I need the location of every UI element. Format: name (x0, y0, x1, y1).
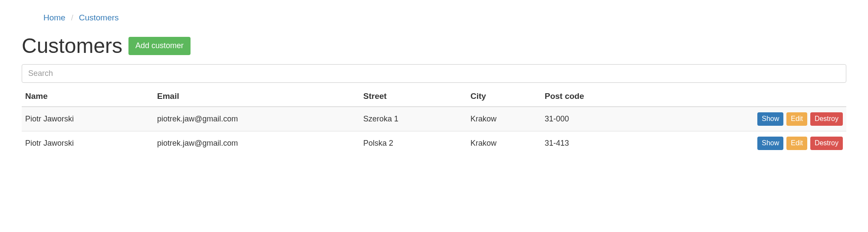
breadcrumb-customers-link[interactable]: Customers (79, 13, 119, 22)
edit-button[interactable]: Edit (786, 137, 807, 150)
table-row: Piotr Jaworski piotrek.jaw@gmail.com Sze… (22, 107, 846, 131)
edit-button[interactable]: Edit (786, 112, 807, 126)
header-email: Email (154, 86, 360, 107)
cell-actions: Show Edit Destroy (648, 107, 846, 131)
cell-street: Polska 2 (360, 131, 467, 155)
customers-table: Name Email Street City Post code Piotr J… (22, 86, 846, 155)
cell-post-code: 31-000 (541, 107, 648, 131)
cell-email: piotrek.jaw@gmail.com (154, 131, 360, 155)
cell-email: piotrek.jaw@gmail.com (154, 107, 360, 131)
header-actions (648, 86, 846, 107)
show-button[interactable]: Show (757, 112, 783, 126)
page-title: Customers (22, 36, 122, 56)
breadcrumb: Home / Customers (43, 9, 846, 27)
header-name: Name (22, 86, 154, 107)
cell-post-code: 31-413 (541, 131, 648, 155)
breadcrumb-home-link[interactable]: Home (43, 13, 66, 22)
table-row: Piotr Jaworski piotrek.jaw@gmail.com Pol… (22, 131, 846, 155)
cell-name: Piotr Jaworski (22, 131, 154, 155)
show-button[interactable]: Show (757, 137, 783, 150)
destroy-button[interactable]: Destroy (810, 112, 843, 126)
header-post-code: Post code (541, 86, 648, 107)
add-customer-button[interactable]: Add customer (128, 37, 191, 55)
header-city: City (467, 86, 541, 107)
cell-city: Krakow (467, 131, 541, 155)
cell-city: Krakow (467, 107, 541, 131)
breadcrumb-separator: / (71, 13, 73, 22)
cell-street: Szeroka 1 (360, 107, 467, 131)
header-street: Street (360, 86, 467, 107)
cell-actions: Show Edit Destroy (648, 131, 846, 155)
page-header: Customers Add customer (22, 36, 846, 56)
cell-name: Piotr Jaworski (22, 107, 154, 131)
search-input[interactable] (22, 64, 846, 83)
destroy-button[interactable]: Destroy (810, 137, 843, 150)
table-header-row: Name Email Street City Post code (22, 86, 846, 107)
